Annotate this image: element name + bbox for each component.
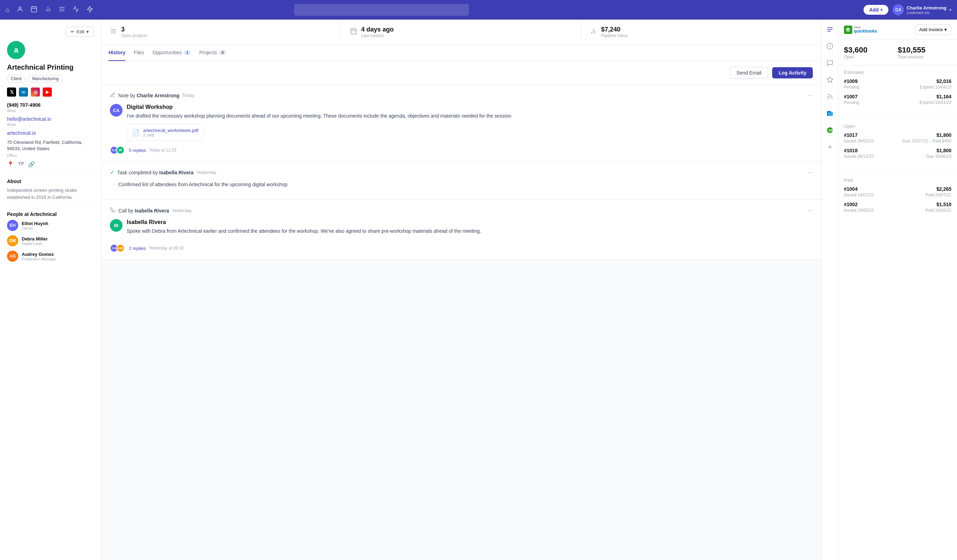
replies-count-note[interactable]: 5 replies bbox=[129, 148, 146, 153]
edit-btn-wrapper: ✏ Edit ▾ bbox=[7, 27, 94, 37]
activity-title-call: Call by Isabella Rivera bbox=[118, 208, 169, 213]
instagram-icon[interactable]: ◎ bbox=[31, 87, 40, 96]
send-email-button[interactable]: Send Email bbox=[730, 67, 768, 79]
avatar-row-note: CA Digital Workshop I've drafted the nec… bbox=[110, 104, 813, 141]
person-avatar-eh: EH bbox=[7, 220, 18, 231]
content-text-task: Confirmed list of attendees from Artechn… bbox=[118, 181, 813, 188]
more-button-task[interactable]: ··· bbox=[807, 169, 813, 176]
sidebar-icon-outlook[interactable]: O bbox=[824, 108, 835, 119]
stat-label-contact: Last contact bbox=[361, 33, 394, 38]
tab-projects[interactable]: Projects 3 bbox=[199, 45, 226, 61]
tag-client[interactable]: Client bbox=[7, 75, 25, 83]
home-icon[interactable]: ⌂ bbox=[6, 6, 9, 14]
reply-avatar-ir: IR bbox=[116, 146, 125, 155]
content-text-call: Spoke with Debra from Artechnical earlie… bbox=[127, 227, 813, 235]
content-area: 3 Open projects 4 days ago Last contact bbox=[101, 20, 821, 560]
add-invoice-button[interactable]: Add Invoice ▾ bbox=[914, 25, 951, 35]
bolt-icon[interactable] bbox=[87, 6, 93, 14]
activity-meta-note: Note by Charlie Armstrong Today bbox=[110, 92, 194, 99]
activity-author-call: Isabella Rivera bbox=[135, 208, 169, 213]
person-elliot[interactable]: EH Elliot Huynh Owner bbox=[7, 220, 94, 231]
invoice-left-1002: #1002 Issued 23/05/22 bbox=[844, 202, 874, 213]
invoice-right-1002: $1,510 Paid 16/06/22 bbox=[925, 202, 951, 213]
invoice-1017[interactable]: #1017 Issued 26/01/23 $1,800 Due 31/07/2… bbox=[844, 132, 951, 144]
action-bar: Send Email Log Activity bbox=[101, 61, 821, 85]
qb-total-invoiced: $10,555 Total Invoiced bbox=[898, 46, 952, 60]
twitter-icon[interactable]: 𝕏 bbox=[7, 87, 16, 96]
svg-text:O: O bbox=[828, 112, 829, 115]
qb-divider-1 bbox=[839, 116, 957, 117]
activity-feed: Note by Charlie Armstrong Today ··· CA D… bbox=[101, 85, 821, 260]
more-button-call[interactable]: ··· bbox=[807, 207, 813, 214]
invoice-1018[interactable]: #1018 Issued 30/12/23 $1,800 Due 30/06/2… bbox=[844, 148, 951, 159]
content-call: Isabella Rivera Spoke with Debra from Ar… bbox=[127, 219, 813, 239]
qb-text: quickbooks bbox=[854, 29, 877, 33]
invoice-status-1007: Pending bbox=[844, 100, 859, 105]
svg-text:QB: QB bbox=[847, 28, 851, 31]
analytics-icon[interactable] bbox=[44, 6, 51, 14]
youtube-icon[interactable]: ▶ bbox=[43, 87, 52, 96]
replies-count-call[interactable]: 2 replies bbox=[129, 246, 146, 251]
invoice-right-1009: $2,016 Expires 10/04/23 bbox=[920, 78, 951, 90]
sidebar-icon-check[interactable] bbox=[824, 41, 835, 52]
company-logo: a bbox=[7, 41, 25, 59]
more-button-note[interactable]: ··· bbox=[807, 92, 813, 99]
invoice-1009[interactable]: #1009 Pending $2,016 Expires 10/04/23 bbox=[844, 78, 951, 90]
reply-avatars-call: CA AW bbox=[110, 244, 123, 252]
tab-files[interactable]: Files bbox=[134, 45, 144, 61]
sidebar-icon-add[interactable] bbox=[824, 141, 835, 153]
activity-icon[interactable] bbox=[73, 6, 79, 14]
svg-rect-1 bbox=[31, 7, 36, 12]
file-attachment[interactable]: 📄 artechnical_worksheets.pdf 2.1MB bbox=[127, 124, 204, 141]
stat-value-pipeline: $7,240 bbox=[601, 26, 628, 33]
invoice-number-1017: #1017 bbox=[844, 132, 874, 138]
sidebar-icon-quickbooks[interactable]: QB bbox=[824, 125, 835, 136]
location-icon[interactable]: 📍 bbox=[7, 161, 14, 168]
invoice-1002[interactable]: #1002 Issued 23/05/22 $1,510 Paid 16/06/… bbox=[844, 202, 951, 213]
activity-header-call: Call by Isabella Rivera Yesterday ··· bbox=[110, 207, 813, 214]
stat-pipeline: $7,240 Pipeline Value bbox=[581, 20, 821, 44]
invoice-1007[interactable]: #1007 Pending $1,164 Expired 16/01/23 bbox=[844, 94, 951, 105]
svg-point-27 bbox=[828, 98, 828, 99]
sidebar-icon-sparkle[interactable] bbox=[824, 74, 835, 85]
tab-history[interactable]: History bbox=[109, 45, 125, 61]
menu-icon[interactable] bbox=[58, 6, 65, 14]
person-audrey[interactable]: AG Audrey Gomez Production Manager bbox=[7, 251, 94, 262]
invoice-status-1017: Issued 26/01/23 bbox=[844, 139, 874, 144]
map-icon[interactable]: 🗺 bbox=[18, 161, 24, 168]
email-detail: hello@artechnical.io Work bbox=[7, 116, 94, 127]
sidebar-icon-notes[interactable] bbox=[824, 24, 835, 35]
user-info: Charlie Armstrong Lookmark Inc bbox=[906, 5, 946, 15]
search-bar bbox=[294, 4, 469, 16]
intuit-logo: QB intuit quickbooks bbox=[844, 25, 877, 34]
main-layout: ✏ Edit ▾ a Artechnical Printing Client M… bbox=[0, 20, 957, 560]
link-icon[interactable]: 🔗 bbox=[28, 161, 35, 168]
stat-label-projects: Open projects bbox=[121, 33, 147, 38]
tag-manufacturing[interactable]: Manufacturing bbox=[28, 75, 63, 83]
linkedin-icon[interactable]: in bbox=[19, 87, 28, 96]
email-address[interactable]: hello@artechnical.io bbox=[7, 116, 94, 122]
user-company: Lookmark Inc bbox=[906, 11, 946, 15]
sidebar-icon-chat[interactable] bbox=[824, 57, 835, 69]
tab-opportunities[interactable]: Opportunities 1 bbox=[153, 45, 191, 61]
call-icon bbox=[110, 207, 115, 214]
calendar-icon[interactable] bbox=[30, 6, 38, 14]
open-title: Open bbox=[844, 123, 951, 129]
log-activity-button[interactable]: Log Activity bbox=[772, 67, 813, 78]
person-debra[interactable]: DM Debra Miller Digital Lead bbox=[7, 235, 94, 246]
qb-paid-section: Paid #1004 Issued 14/07/22 $2,265 Paid 2… bbox=[839, 173, 957, 221]
contacts-icon[interactable] bbox=[16, 6, 24, 14]
invoice-1004[interactable]: #1004 Issued 14/07/22 $2,265 Paid 20/07/… bbox=[844, 186, 951, 197]
edit-button[interactable]: ✏ Edit ▾ bbox=[65, 27, 94, 37]
search-input[interactable] bbox=[294, 4, 469, 16]
sidebar-icon-rss[interactable] bbox=[824, 91, 835, 102]
file-name: artechnical_worksheets.pdf bbox=[143, 128, 199, 133]
user-pill[interactable]: CA Charlie Armstrong Lookmark Inc ▾ bbox=[892, 4, 951, 16]
invoice-date-1017: Due 31/07/23 – Paid $450 bbox=[903, 139, 951, 144]
global-add-button[interactable]: Add + bbox=[864, 5, 888, 15]
person-avatar-dm: DM bbox=[7, 235, 18, 246]
stat-last-contact: 4 days ago Last contact bbox=[342, 20, 582, 44]
edit-icon: ✏ bbox=[71, 29, 74, 34]
left-sidebar: ✏ Edit ▾ a Artechnical Printing Client M… bbox=[0, 20, 101, 560]
website[interactable]: artechnical.io bbox=[7, 130, 94, 136]
